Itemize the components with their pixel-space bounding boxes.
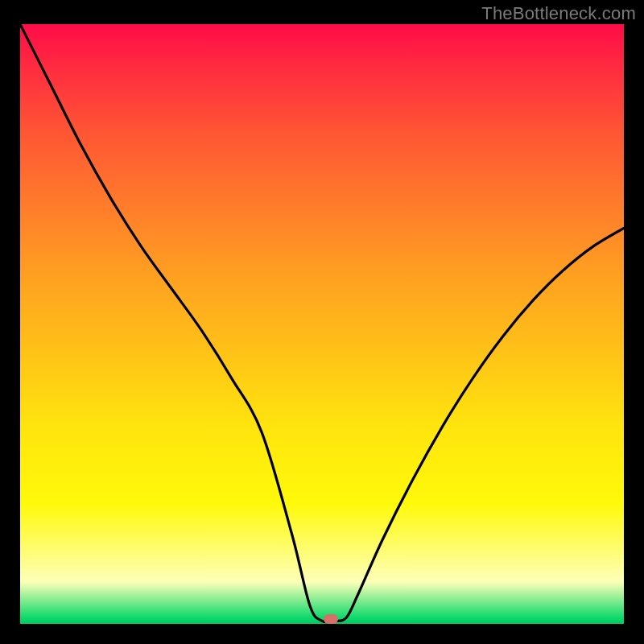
- plot-area: [20, 24, 624, 624]
- optimal-point-marker: [324, 614, 338, 624]
- curve-path: [20, 24, 624, 622]
- bottleneck-curve: [20, 24, 624, 624]
- chart-container: TheBottleneck.com: [0, 0, 644, 644]
- watermark-text: TheBottleneck.com: [481, 3, 636, 24]
